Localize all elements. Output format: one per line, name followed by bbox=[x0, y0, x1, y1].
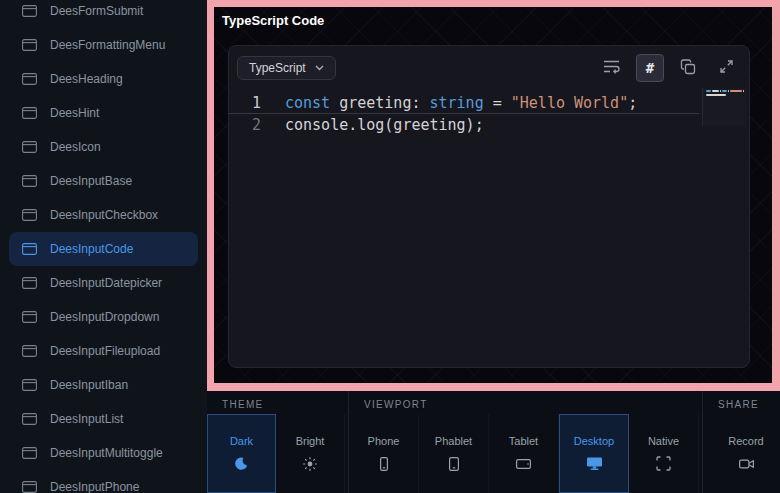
sidebar-item-label: DeesFormSubmit bbox=[50, 4, 143, 18]
sidebar-item-deesicon[interactable]: DeesIcon bbox=[0, 130, 207, 164]
native-icon bbox=[656, 455, 671, 473]
sidebar-item-deesinputiban[interactable]: DeesInputIban bbox=[0, 368, 207, 402]
preview-canvas: TypeScript Code TypeScript # 1const gree… bbox=[214, 7, 772, 383]
sidebar-item-label: DeesInputList bbox=[50, 412, 123, 426]
sidebar-item-label: DeesInputFileupload bbox=[50, 344, 160, 358]
sidebar-item-deesinputfileupload[interactable]: DeesInputFileupload bbox=[0, 334, 207, 368]
sidebar-item-label: DeesInputBase bbox=[50, 174, 132, 188]
component-icon bbox=[22, 447, 37, 459]
hash-glyph: # bbox=[646, 60, 654, 76]
copy-button[interactable] bbox=[674, 54, 702, 82]
bottom-bar-headers: THEMEVIEWPORTSHARE bbox=[207, 391, 780, 414]
copy-icon bbox=[680, 59, 696, 78]
phablet-button[interactable]: Phablet bbox=[419, 414, 489, 493]
expand-button[interactable] bbox=[712, 54, 740, 82]
catalog-bottom-bar: THEMEVIEWPORTSHARE DarkBrightPhonePhable… bbox=[207, 391, 780, 493]
native-button[interactable]: Native bbox=[629, 414, 699, 493]
button-label: Tablet bbox=[509, 435, 538, 447]
component-icon bbox=[22, 379, 37, 391]
chevron-down-icon bbox=[315, 65, 324, 71]
section-header-theme: THEME bbox=[207, 391, 349, 414]
sidebar-item-deesinputbase[interactable]: DeesInputBase bbox=[0, 164, 207, 198]
component-icon bbox=[22, 243, 37, 255]
app-root: DeesFormSubmitDeesFormattingMenuDeesHead… bbox=[0, 0, 780, 493]
sidebar-item-label: DeesInputCode bbox=[50, 242, 133, 256]
bottom-bar-buttons: DarkBrightPhonePhabletTabletDesktopNativ… bbox=[207, 414, 780, 493]
button-label: Record bbox=[728, 435, 763, 447]
code-text: console.log(greeting); bbox=[285, 114, 484, 136]
section-header-viewport: VIEWPORT bbox=[349, 391, 703, 414]
record-button[interactable]: Record bbox=[712, 414, 780, 493]
component-icon bbox=[22, 481, 37, 493]
component-icon bbox=[22, 311, 37, 323]
word-wrap-icon bbox=[603, 59, 621, 77]
sidebar-item-deeshint[interactable]: DeesHint bbox=[0, 96, 207, 130]
code-lines: 1const greeting: string = "Hello World";… bbox=[229, 92, 749, 136]
code-text: const greeting: string = "Hello World"; bbox=[285, 92, 637, 113]
minimap[interactable] bbox=[702, 88, 746, 126]
sidebar-item-deesinputmultitoggle[interactable]: DeesInputMultitoggle bbox=[0, 436, 207, 470]
section-viewport: PhonePhabletTabletDesktopNative bbox=[349, 414, 703, 493]
expand-icon bbox=[719, 59, 734, 77]
code-editor[interactable]: 1const greeting: string = "Hello World";… bbox=[229, 86, 749, 367]
sidebar-item-deesformsubmit[interactable]: DeesFormSubmit bbox=[0, 0, 207, 28]
button-label: Desktop bbox=[574, 435, 614, 447]
code-line: 2console.log(greeting); bbox=[229, 114, 749, 136]
language-selector[interactable]: TypeScript bbox=[237, 56, 336, 80]
sidebar-item-label: DeesInputIban bbox=[50, 378, 128, 392]
desktop-icon bbox=[586, 455, 603, 473]
sidebar-item-deesinputcode[interactable]: DeesInputCode bbox=[9, 232, 198, 266]
sidebar-item-label: DeesIcon bbox=[50, 140, 101, 154]
sidebar-item-deesinputphone[interactable]: DeesInputPhone bbox=[0, 470, 207, 493]
component-icon bbox=[22, 5, 37, 17]
sidebar-item-label: DeesHint bbox=[50, 106, 99, 120]
sidebar-item-label: DeesInputCheckbox bbox=[50, 208, 158, 222]
sidebar-item-deesinputlist[interactable]: DeesInputList bbox=[0, 402, 207, 436]
sidebar-item-label: DeesInputMultitoggle bbox=[50, 446, 163, 460]
sidebar-item-label: DeesInputPhone bbox=[50, 480, 139, 493]
line-number: 2 bbox=[229, 114, 285, 136]
sidebar-item-deesformattingmenu[interactable]: DeesFormattingMenu bbox=[0, 28, 207, 62]
tablet-button[interactable]: Tablet bbox=[489, 414, 559, 493]
section-share: Record bbox=[703, 414, 780, 493]
sidebar-item-label: DeesInputDatepicker bbox=[50, 276, 162, 290]
line-numbers-button[interactable]: # bbox=[636, 54, 664, 82]
section-header-share: SHARE bbox=[703, 391, 780, 414]
code-line: 1const greeting: string = "Hello World"; bbox=[229, 92, 699, 114]
code-input-card: TypeScript # 1const greeting: string = "… bbox=[228, 45, 750, 368]
component-icon bbox=[22, 141, 37, 153]
phablet-icon bbox=[446, 455, 462, 473]
main-area: TypeScript Code TypeScript # 1const gree… bbox=[207, 0, 780, 493]
component-icon bbox=[22, 39, 37, 51]
component-icon bbox=[22, 413, 37, 425]
component-icon bbox=[22, 175, 37, 187]
sidebar-item-deesinputcheckbox[interactable]: DeesInputCheckbox bbox=[0, 198, 207, 232]
button-label: Phablet bbox=[435, 435, 472, 447]
button-label: Phone bbox=[368, 435, 400, 447]
button-label: Dark bbox=[230, 435, 253, 447]
sidebar-list: DeesFormSubmitDeesFormattingMenuDeesHead… bbox=[0, 0, 207, 493]
component-icon bbox=[22, 345, 37, 357]
desktop-button[interactable]: Desktop bbox=[559, 414, 629, 493]
bright-button[interactable]: Bright bbox=[276, 414, 345, 493]
phone-icon bbox=[376, 455, 392, 473]
sidebar-item-deesinputdropdown[interactable]: DeesInputDropdown bbox=[0, 300, 207, 334]
button-label: Bright bbox=[296, 435, 325, 447]
sidebar-item-deesinputdatepicker[interactable]: DeesInputDatepicker bbox=[0, 266, 207, 300]
component-icon bbox=[22, 107, 37, 119]
sidebar-item-label: DeesHeading bbox=[50, 72, 123, 86]
word-wrap-button[interactable] bbox=[598, 54, 626, 82]
component-icon bbox=[22, 209, 37, 221]
line-number: 1 bbox=[229, 92, 285, 113]
code-toolbar: TypeScript # bbox=[229, 46, 749, 86]
sidebar-item-deesheading[interactable]: DeesHeading bbox=[0, 62, 207, 96]
component-icon bbox=[22, 277, 37, 289]
language-selector-value: TypeScript bbox=[249, 61, 306, 75]
section-theme: DarkBright bbox=[207, 414, 349, 493]
demo-title: TypeScript Code bbox=[222, 13, 324, 28]
dark-button[interactable]: Dark bbox=[207, 414, 276, 493]
phone-button[interactable]: Phone bbox=[349, 414, 419, 493]
sidebar-item-label: DeesFormattingMenu bbox=[50, 38, 165, 52]
tablet-icon bbox=[515, 455, 532, 473]
preview-frame: TypeScript Code TypeScript # 1const gree… bbox=[207, 0, 780, 391]
